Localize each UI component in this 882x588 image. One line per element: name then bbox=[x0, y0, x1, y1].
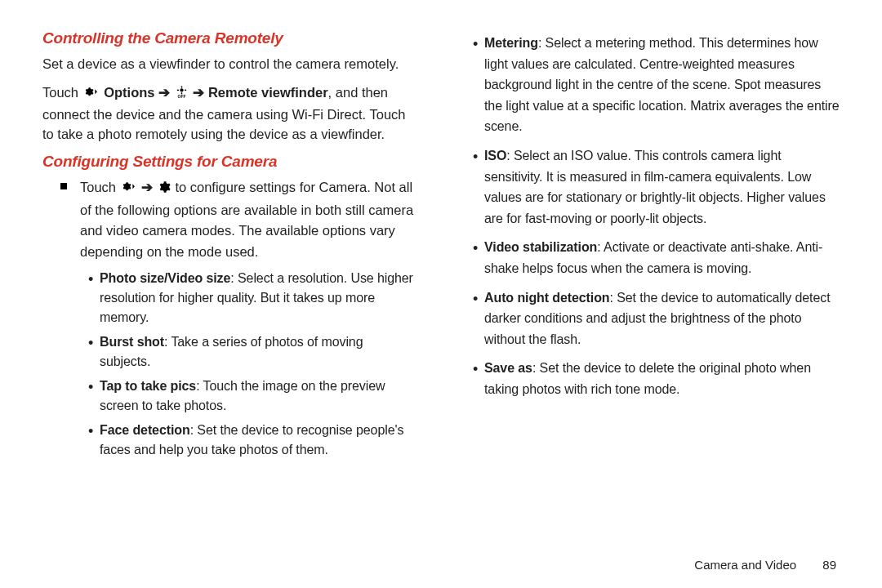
gear-icon bbox=[158, 179, 171, 200]
text-touch2: Touch bbox=[80, 180, 120, 194]
bullet-desc: : Select an ISO value. This controls cam… bbox=[484, 149, 826, 225]
bullet-title: Metering bbox=[484, 36, 538, 50]
list-item: Photo size/Video size: Select a resoluti… bbox=[100, 269, 416, 327]
bullet-desc: : Select a metering method. This determi… bbox=[484, 36, 840, 133]
list-item: Auto night detection: Set the device to … bbox=[484, 287, 840, 350]
footer-section: Camera and Video bbox=[694, 558, 796, 572]
text-remote-viewfinder: Remote viewfinder bbox=[208, 85, 328, 100]
arrow-icon: ➔ bbox=[138, 180, 157, 194]
list-item: Tap to take pics: Touch the image on the… bbox=[100, 376, 416, 416]
bullet-desc: : Set the device to delete the original … bbox=[484, 361, 811, 396]
page-footer: Camera and Video 89 bbox=[694, 558, 836, 572]
arrow-icon: ➔ bbox=[155, 85, 174, 100]
bullet-title: ISO bbox=[484, 149, 506, 163]
bullet-title: Video stabilization bbox=[484, 240, 597, 254]
list-item: ISO: Select an ISO value. This controls … bbox=[484, 145, 840, 229]
list-item: Burst shot: Take a series of photos of m… bbox=[100, 332, 416, 372]
list-item: Metering: Select a metering method. This… bbox=[484, 33, 840, 137]
bullet-title: Photo size/Video size bbox=[100, 271, 230, 285]
gear-chevron-icon bbox=[121, 179, 137, 200]
bullet-title: Tap to take pics bbox=[100, 379, 196, 393]
bullet-title: Face detection bbox=[100, 423, 190, 437]
bullet-title: Save as bbox=[484, 361, 532, 375]
gear-chevron-icon bbox=[83, 84, 100, 105]
heading-configuring-settings: Configuring Settings for Camera bbox=[42, 153, 416, 171]
gps-off-icon bbox=[175, 84, 189, 105]
list-item: Face detection: Set the device to recogn… bbox=[100, 421, 416, 460]
para-remote-intro: Set a device as a viewfinder to control … bbox=[42, 54, 416, 74]
bullet-title: Burst shot bbox=[100, 335, 164, 349]
arrow-icon: ➔ bbox=[189, 85, 208, 100]
bullet-title: Auto night detection bbox=[484, 291, 610, 305]
list-item-config-intro: Touch ➔ to configure settings for Camera… bbox=[80, 177, 416, 460]
text-touch: Touch bbox=[42, 85, 82, 100]
para-remote-touch: Touch Options ➔ ➔ Remote viewfinder, and… bbox=[42, 82, 416, 145]
text-options: Options bbox=[100, 85, 155, 100]
list-item: Save as: Set the device to delete the or… bbox=[484, 358, 840, 399]
list-item: Video stabilization: Activate or deactiv… bbox=[484, 237, 840, 278]
heading-controlling-remote: Controlling the Camera Remotely bbox=[42, 29, 416, 47]
footer-page-number: 89 bbox=[822, 558, 836, 572]
